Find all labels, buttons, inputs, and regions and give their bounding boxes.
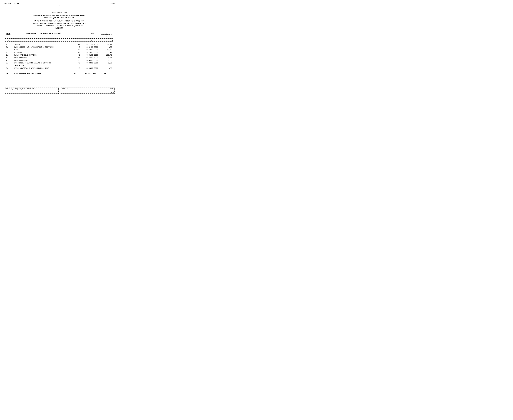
table-row: ВОДОВОДОВ — [5, 64, 113, 67]
row2-unit: М3 — [74, 46, 84, 48]
row9-code: 58 9600 ЭООО — [84, 67, 100, 69]
total-num: 1Э. — [5, 73, 13, 75]
table-body: 1. КОЛОННЫ М3 58 21Э0 ЭООО 11,28 2. БАЛК… — [5, 43, 113, 75]
footer-ref: : 5Э3..ВМ — [60, 88, 108, 90]
total-row: 1Э. ИТОГО СБОРНЫХ Ж/Б КОНСТРУКЦИЙ М3 58 … — [5, 72, 113, 75]
sheet-number: : 1 : — [108, 91, 114, 93]
footer-labels: ЗИНВ.N ПОД.:ПОДПИСЬ,ДАТА :ВЗАМ.ИНВ.N: — [5, 88, 58, 90]
row5-unit: М3 — [74, 54, 84, 56]
header-block: НОМЕР ЛИСТА: 5Э3 ВЕДОМОСТЬ ОБЪЁМОВ СБОРН… — [5, 12, 113, 29]
page-number: 15 — [5, 5, 113, 7]
row7-num: 7. — [5, 59, 13, 61]
table-row: 2. БАЛКИ ОБВЯЗОЧНЫЕ, ФУНДАМЕНТНЫЕ И СООР… — [5, 46, 113, 49]
table-row: 4. ПЕРЕМЫЧКИ М3 58 28ОО ЭООО ,12 — [5, 51, 113, 54]
row8-num: 8. — [5, 62, 13, 64]
row1-unit: М3 — [74, 44, 84, 46]
total-code: 58 9999 ЭООО — [84, 73, 100, 75]
row9-name: ДЕТАЛИ ЛИФТОВЫХ И ВЕНТИЛЯЦИОННЫХ ШАХТ — [13, 67, 74, 69]
footer: ЗИНВ.N ПОД.:ПОДПИСЬ,ДАТА :ВЗАМ.ИНВ.N: : … — [4, 86, 115, 95]
row3-num: 3. — [5, 49, 13, 51]
row2-name: БАЛКИ ОБВЯЗОЧНЫЕ, ФУНДАМЕНТНЫЕ И СООРУЖЕ… — [13, 46, 74, 48]
sub-title: НА ИЗГОТОВЛЕНИЕ СБОРНЫХ ЖЕЛЕЗОБЕТОННЫХ К… — [5, 20, 113, 29]
col-header-2: НАИМЕНОВАНИЕ ГРУППЫ ЭЛЕМЕНТОВ КОНСТРУКЦИ… — [13, 32, 74, 38]
row8-unit: М3 — [74, 62, 84, 64]
colnum-4: 3 : — [84, 39, 100, 41]
row5-num: 5. — [5, 54, 13, 56]
table-row: 5. ПАНЕЛИ СТЕНОВЫЕ НАРУЖНЫЕ М3 58 310О Э… — [5, 54, 113, 56]
row6-unit: М3 — [74, 57, 84, 59]
row3-name: ФЕРМЫ — [13, 49, 74, 51]
table-header: НОМЕР : СТРОКИ: НАИМЕНОВАНИЕ ГРУППЫ ЭЛЕМ… — [5, 32, 113, 38]
colnum-1: 1 : — [5, 39, 13, 41]
row1-qty: 11,28 — [100, 44, 113, 46]
row5-qty: 185,48 — [100, 54, 113, 56]
col-header-4: КОД — [84, 32, 100, 38]
table-row: 7. ПЛИТЫ ПЕРЕКРЫТИЯ М3 58 4200 ЭООО 8,55 — [5, 59, 113, 62]
total-qty: 247,09 — [100, 73, 113, 75]
row4-code: 58 28ОО ЭООО — [84, 52, 100, 53]
table-row: 6. ПЛИТЫ ПОКРЫТИЯ М3 58 4000 ЭООО 21,83 — [5, 56, 113, 59]
row1-name: КОЛОННЫ — [13, 44, 74, 46]
total-unit: М3 — [74, 73, 84, 75]
main-table: НОМЕР : СТРОКИ: НАИМЕНОВАНИЕ ГРУППЫ ЭЛЕМ… — [5, 31, 113, 75]
row7-name: ПЛИТЫ ПЕРЕКРЫТИЯ — [13, 59, 74, 61]
sheet-label: : ЛИСТ: — [108, 88, 114, 90]
row6-num: 6. — [5, 57, 13, 59]
total-name: ИТОГО СБОРНЫХ Ж/Б КОНСТРУКЦИЙ — [13, 73, 74, 75]
row8b-unit — [74, 65, 84, 67]
row8b-num — [5, 65, 13, 67]
footer-right: : 5Э3..ВМ : : : ЛИСТ: :-----: : 1 : — [60, 88, 115, 94]
row9-qty: ,88 — [100, 67, 113, 69]
column-numbers-row: 1 : : 3 : 4:5 — [5, 39, 113, 42]
equals-divider: ========================================… — [5, 70, 113, 72]
row5-code: 58 310О ЭООО — [84, 54, 100, 56]
table-row: 1. КОЛОННЫ М3 58 21Э0 ЭООО 11,28 — [5, 43, 113, 46]
row4-qty: ,12 — [100, 52, 113, 53]
row8b-qty — [100, 65, 113, 67]
colnum-2 — [13, 39, 74, 41]
row2-num: 2. — [5, 46, 13, 48]
footer-sep-line: : : — [60, 90, 108, 92]
footer-left: ЗИНВ.N ПОД.:ПОДПИСЬ,ДАТА :ВЗАМ.ИНВ.N: : … — [4, 88, 59, 94]
col-header-5: : КОЛИЧЕСТВО,М3 : — [100, 32, 113, 38]
table-row: 3. ФЕРМЫ М3 58 260О ЭООО 12,40 — [5, 49, 113, 51]
row1-num: 1. — [5, 44, 13, 46]
table-row: 9. ДЕТАЛИ ЛИФТОВЫХ И ВЕНТИЛЯЦИОННЫХ ШАХТ… — [5, 67, 113, 70]
row8-code: 58 5800 ЭООО — [84, 62, 100, 64]
row4-unit: М3 — [74, 52, 84, 53]
row6-name: ПЛИТЫ ПОКРЫТИЯ — [13, 57, 74, 59]
row7-unit: М3 — [74, 59, 84, 61]
row2-qty: 4,25 — [100, 46, 113, 48]
colnum-3: : — [74, 39, 84, 41]
footer-fields: : : : — [5, 90, 58, 92]
row8-qty: 2,30 — [100, 62, 113, 64]
row9-num: 9. — [5, 67, 13, 69]
row4-name: ПЕРЕМЫЧКИ — [13, 52, 74, 53]
main-title-line1: ВЕДОМОСТЬ ОБЪЁМОВ СБОРНЫХ БЕТОННЫХ И ЖЕЛ… — [5, 14, 113, 16]
row3-code: 58 260О ЭООО — [84, 49, 100, 51]
row7-code: 58 4200 ЭООО — [84, 59, 100, 61]
row3-unit: М3 — [74, 49, 84, 51]
footer-grid: ЗИНВ.N ПОД.:ПОДПИСЬ,ДАТА :ВЗАМ.ИНВ.N: : … — [4, 88, 115, 94]
row1-code: 58 21Э0 ЭООО — [84, 44, 100, 46]
row8b-name: ВОДОВОДОВ — [13, 65, 74, 67]
document-ref: 5Э3-1-Р4.13.91 АА.6 — [4, 3, 20, 4]
col-header-sep1: : — [74, 32, 84, 38]
table-row: 8. КОНСТРУКЦИИ И ДЕТАЛИ КАНАЛОВ И ОТКРЫТ… — [5, 62, 113, 64]
sheet-divider: :-----: — [108, 90, 114, 91]
sheet-number-label: НОМЕР ЛИСТА: 5Э3 — [5, 12, 113, 14]
row5-name: ПАНЕЛИ СТЕНОВЫЕ НАРУЖНЫЕ — [13, 54, 74, 56]
row8b-code — [84, 65, 100, 67]
doc-number-right: 1Э3504 — [109, 3, 115, 4]
row2-code: 58 24Э3 ЭООО — [84, 46, 100, 48]
row9-unit: М3 — [74, 67, 84, 69]
row7-qty: 8,55 — [100, 59, 113, 61]
colnum-45: 4:5 — [100, 39, 113, 41]
row6-qty: 21,83 — [100, 57, 113, 59]
row6-code: 58 4000 ЭООО — [84, 57, 100, 59]
row4-num: 4. — [5, 52, 13, 53]
row8-name: КОНСТРУКЦИИ И ДЕТАЛИ КАНАЛОВ И ОТКРЫТЫХ — [13, 62, 74, 64]
main-title-line2: КОНСТРУКЦИЙ ПО ГОСТ 21.5Э3-8* — [5, 17, 113, 19]
row3-qty: 12,40 — [100, 49, 113, 51]
col-header-1: НОМЕР : СТРОКИ: — [5, 32, 13, 38]
